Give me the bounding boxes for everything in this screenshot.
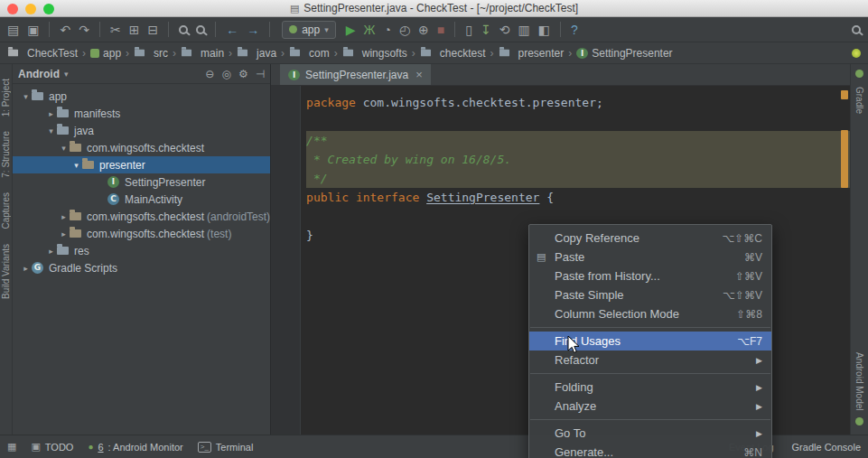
build-variants-tool-tab[interactable]: Build Variants: [1, 244, 11, 299]
hide-panel-icon[interactable]: ⊣: [256, 69, 265, 79]
run-button[interactable]: ▶: [346, 23, 356, 36]
close-tab-icon[interactable]: ×: [415, 68, 423, 81]
tree-arrow-down-icon[interactable]: ▾: [45, 126, 57, 136]
menu-item-paste[interactable]: ▤Paste⌘V: [529, 248, 771, 266]
tree-arrow-right-icon[interactable]: ▸: [45, 109, 57, 118]
cut-icon[interactable]: ✂: [110, 23, 121, 36]
debug-button[interactable]: Ж: [363, 23, 375, 36]
tree-item-settingpresenter[interactable]: ISettingPresenter: [13, 173, 270, 191]
toolbar-separator: [168, 22, 169, 37]
stop-button[interactable]: ■: [437, 23, 444, 36]
undo-icon[interactable]: ↶: [60, 23, 70, 36]
tree-item-com-wingsofts-checktest-test[interactable]: ▸com.wingsofts.checktest(test): [13, 225, 270, 242]
chevron-right-icon: ›: [334, 47, 338, 60]
back-icon[interactable]: ←: [226, 23, 238, 36]
breadcrumb-java[interactable]: java: [237, 47, 276, 60]
menu-item-folding[interactable]: Folding▶: [529, 378, 771, 397]
profiler-button[interactable]: ◴: [399, 23, 410, 36]
copy-icon[interactable]: ⊞: [129, 23, 140, 36]
tree-arrow-down-icon[interactable]: ▾: [70, 161, 82, 170]
breadcrumb-settingpresenter[interactable]: ISettingPresenter: [576, 47, 672, 60]
submenu-arrow-icon: ▶: [756, 429, 762, 438]
error-stripe-mark: [841, 90, 848, 99]
breadcrumb-main[interactable]: main: [181, 47, 224, 60]
run-config-select[interactable]: app▾: [282, 21, 336, 39]
tree-arrow-right-icon[interactable]: ▸: [45, 247, 57, 256]
toolbar-separator: [215, 22, 216, 37]
sdk-manager-icon[interactable]: ↧: [481, 23, 491, 36]
gradle-tool-tab[interactable]: Gradle: [854, 87, 864, 114]
tree-arrow-right-icon[interactable]: ▸: [20, 264, 32, 273]
project-view-selector[interactable]: Android: [18, 68, 60, 80]
breadcrumb-presenter[interactable]: presenter: [499, 47, 565, 60]
todo-button[interactable]: ▣TODO: [31, 442, 73, 453]
gradle-console-button[interactable]: Gradle Console: [792, 442, 861, 453]
tree-arrow-down-icon[interactable]: ▾: [58, 144, 70, 153]
tree-item-com-wingsofts-checktest-androidtest[interactable]: ▸com.wingsofts.checktest(androidTest): [13, 208, 270, 225]
menu-item-copy-reference[interactable]: Copy Reference⌥⇧⌘C: [529, 229, 771, 248]
breadcrumb-checktest[interactable]: CheckTest: [7, 47, 78, 60]
save-all-icon[interactable]: ▣: [27, 23, 39, 36]
paste-icon[interactable]: ⊟: [147, 23, 158, 36]
close-window-button[interactable]: [7, 4, 18, 14]
breadcrumb-src[interactable]: src: [134, 47, 168, 60]
menu-item-analyze[interactable]: Analyze▶: [529, 397, 771, 416]
toolwindow-toggle-button[interactable]: ▦: [7, 442, 16, 452]
menu-item-go-to[interactable]: Go To▶: [529, 424, 771, 443]
tree-arrow-right-icon[interactable]: ▸: [58, 229, 70, 238]
search-icon[interactable]: [852, 25, 861, 34]
coverage-button[interactable]: ◔: [383, 23, 390, 36]
code-line: * Created by wing on 16/8/5.: [306, 150, 850, 169]
open-icon[interactable]: ▤: [7, 23, 19, 36]
help-icon[interactable]: ?: [571, 23, 578, 36]
scroll-from-source-icon[interactable]: ◎: [221, 69, 230, 79]
tree-item-mainactivity[interactable]: CMainActivity: [13, 191, 270, 208]
editor-gutter[interactable]: [271, 86, 301, 435]
class-icon: C: [107, 193, 119, 205]
android-monitor-button[interactable]: ●6: Android Monitor: [88, 442, 182, 453]
menu-item-column-selection-mode[interactable]: Column Selection Mode⇧⌘8: [529, 304, 771, 323]
breadcrumb-wingsofts[interactable]: wingsofts: [342, 47, 407, 60]
project-structure-icon[interactable]: ◧: [538, 23, 550, 36]
menu-item-refactor[interactable]: Refactor▶: [529, 351, 771, 369]
breadcrumb-com[interactable]: com: [289, 47, 330, 60]
tree-item-app[interactable]: ▾app: [13, 88, 270, 105]
tree-arrow-right-icon[interactable]: ▸: [58, 212, 70, 221]
tree-item-gradle-scripts[interactable]: ▸GGradle Scripts: [13, 259, 270, 276]
captures-tool-tab[interactable]: Captures: [1, 192, 11, 229]
attach-debugger-button[interactable]: ⊕: [418, 23, 429, 36]
tree-item-java[interactable]: ▾java: [13, 122, 270, 139]
editor-tab-settingpresenter[interactable]: I SettingPresenter.java ×: [280, 64, 431, 85]
menu-item-paste-simple[interactable]: Paste Simple⌥⇧⌘V: [529, 285, 771, 304]
find-icon[interactable]: [179, 25, 188, 34]
redo-icon[interactable]: ↷: [79, 23, 89, 36]
gradle-status-icon[interactable]: [855, 70, 863, 78]
menu-item-find-usages[interactable]: Find Usages⌥F7: [529, 332, 771, 351]
forward-icon[interactable]: →: [247, 23, 259, 36]
collapse-all-icon[interactable]: ⊖: [205, 69, 214, 79]
terminal-button[interactable]: >_Terminal: [198, 442, 254, 453]
minimize-window-button[interactable]: [25, 4, 36, 14]
zoom-window-button[interactable]: [43, 4, 54, 14]
chevron-right-icon: ›: [173, 47, 176, 60]
tree-item-com-wingsofts-checktest[interactable]: ▾com.wingsofts.checktest: [13, 139, 270, 156]
menu-item-paste-from-history[interactable]: Paste from History...⇧⌘V: [529, 266, 771, 285]
settings-gear-icon[interactable]: ⚙: [238, 69, 248, 79]
tree-item-res[interactable]: ▸res: [13, 242, 270, 259]
structure-tool-tab[interactable]: 7: Structure: [1, 131, 11, 178]
tree-arrow-down-icon[interactable]: ▾: [20, 92, 32, 101]
tree-item-manifests[interactable]: ▸manifests: [13, 105, 270, 122]
android-model-status-icon[interactable]: [855, 417, 863, 425]
menu-item-generate[interactable]: Generate...⌘N: [529, 443, 771, 458]
breadcrumb-app[interactable]: app: [90, 47, 121, 60]
folder-icon: [57, 126, 69, 135]
sync-gradle-icon[interactable]: ⟲: [499, 23, 510, 36]
breadcrumb-checktest[interactable]: checktest: [420, 47, 486, 60]
android-model-tool-tab[interactable]: Android Model: [854, 352, 864, 410]
avd-manager-icon[interactable]: ▯: [465, 23, 472, 36]
inspection-status-icon[interactable]: [852, 49, 861, 58]
tree-item-presenter[interactable]: ▾presenter: [13, 156, 270, 173]
replace-icon[interactable]: [196, 25, 205, 34]
android-monitor-icon[interactable]: ▥: [518, 23, 530, 36]
project-tool-tab[interactable]: 1: Project: [1, 79, 11, 117]
